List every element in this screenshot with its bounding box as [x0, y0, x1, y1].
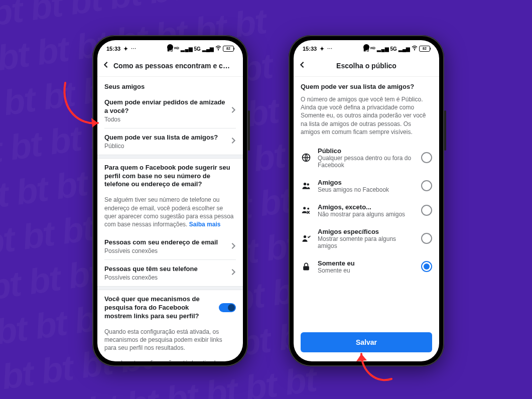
battery-icon: 82	[419, 46, 430, 52]
front-camera-icon	[167, 44, 173, 50]
svg-point-1	[414, 50, 415, 51]
option-friends-except[interactable]: Amigos, exceto... Não mostrar para algun…	[294, 198, 439, 223]
search-engines-desc-off: Quando esta configuração está desativada…	[97, 357, 243, 361]
row-title: Pessoas com seu endereço de email	[104, 238, 226, 247]
status-more-icon: ···	[327, 46, 333, 51]
svg-point-4	[307, 184, 309, 186]
signal-bars-2-icon: ▂▄▆	[202, 46, 214, 52]
svg-point-3	[304, 183, 306, 185]
option-subtitle: Seus amigos no Facebook	[318, 186, 415, 193]
svg-point-7	[304, 235, 306, 238]
svg-point-5	[303, 207, 306, 210]
radio-specific-friends[interactable]	[421, 233, 432, 244]
question-heading: Quem pode ver sua lista de amigos?	[294, 77, 439, 93]
signal-bars-icon: ▂▄▆	[377, 46, 388, 52]
front-camera-icon	[363, 44, 369, 50]
network-type: 5G	[390, 46, 397, 52]
option-subtitle: Não mostrar para alguns amigos	[318, 211, 415, 218]
option-title: Somente eu	[318, 259, 415, 267]
svg-point-6	[307, 208, 309, 210]
option-title: Amigos específicos	[318, 228, 415, 235]
option-public[interactable]: Público Qualquer pessoa dentro ou fora d…	[294, 142, 439, 174]
network-type: 5G	[194, 46, 201, 52]
row-subtitle: Possíveis conexões	[104, 274, 226, 281]
specific-friends-icon	[301, 233, 312, 243]
audience-picker: Quem pode ver sua lista de amigos? O núm…	[294, 77, 439, 326]
save-button[interactable]: Salvar	[301, 332, 432, 352]
lock-icon	[301, 261, 312, 272]
row-subtitle: Todos	[104, 116, 226, 123]
option-friends[interactable]: Amigos Seus amigos no Facebook	[294, 174, 439, 198]
section-header-friends: Seus amigos	[97, 77, 243, 93]
search-engines-desc-on: Quando esta configuração está ativada, o…	[97, 326, 243, 357]
option-subtitle: Somente eu	[318, 267, 415, 274]
wifi-icon	[215, 46, 221, 52]
row-friend-list-visibility[interactable]: Quem pode ver sua lista de amigos? Públi…	[97, 128, 243, 155]
question-description: O número de amigos que você tem é Públic…	[294, 93, 439, 142]
option-specific-friends[interactable]: Amigos específicos Mostrar somente para …	[294, 223, 439, 254]
row-search-engines: Você quer que mecanismos de pesquisa for…	[97, 290, 243, 326]
section-description: Se alguém tiver seu número de telefone o…	[97, 194, 243, 233]
page-title: Como as pessoas encontram e conta…	[113, 62, 234, 70]
option-title: Público	[318, 147, 415, 155]
svg-point-0	[218, 50, 219, 51]
wifi-icon	[412, 46, 418, 52]
radio-public[interactable]	[421, 152, 432, 163]
friends-icon	[301, 181, 312, 191]
radio-only-me[interactable]	[421, 261, 432, 272]
signal-bars-icon: ▂▄▆	[181, 46, 192, 52]
chevron-right-icon	[231, 269, 236, 277]
option-subtitle: Qualquer pessoa dentro ou fora do Facebo…	[318, 155, 415, 169]
page-title: Escolha o público	[336, 62, 396, 70]
back-button[interactable]	[102, 61, 109, 70]
section-title: Para quem o Facebook pode sugerir seu pe…	[104, 164, 236, 189]
section-divider	[97, 286, 243, 290]
signal-bars-2-icon: ▂▄▆	[398, 46, 410, 52]
section-header-suggestions: Para quem o Facebook pode sugerir seu pe…	[97, 159, 243, 194]
phone-frame-2: 15:33 ✦ ··· ▮▯ ᴴᴰ ▂▄▆ 5G ▂▄▆ 82 Escolha …	[289, 35, 444, 366]
row-title: Quem pode ver sua lista de amigos?	[104, 134, 226, 142]
globe-icon	[301, 153, 312, 163]
radio-friends[interactable]	[421, 180, 432, 191]
status-notif-icon: ✦	[320, 46, 324, 52]
footer: Salvar	[294, 326, 439, 361]
status-more-icon: ···	[131, 46, 137, 51]
row-people-with-email[interactable]: Pessoas com seu endereço de email Possív…	[97, 233, 243, 259]
option-title: Amigos	[318, 179, 415, 186]
settings-list[interactable]: Seus amigos Quem pode enviar pedidos de …	[97, 77, 243, 361]
search-engines-toggle[interactable]	[219, 303, 236, 312]
row-title: Pessoas que têm seu telefone	[104, 265, 226, 274]
chevron-right-icon	[231, 242, 236, 251]
nav-bar: Escolha o público	[294, 55, 439, 77]
row-subtitle: Público	[104, 143, 226, 150]
back-button[interactable]	[299, 61, 306, 70]
row-title: Quem pode enviar pedidos de amizade a vo…	[104, 98, 226, 115]
option-subtitle: Mostrar somente para alguns amigos	[318, 235, 415, 249]
row-friend-requests[interactable]: Quem pode enviar pedidos de amizade a vo…	[97, 93, 243, 128]
phone-screen-2: 15:33 ✦ ··· ▮▯ ᴴᴰ ▂▄▆ 5G ▂▄▆ 82 Escolha …	[294, 40, 439, 361]
status-time: 15:33	[106, 46, 120, 52]
option-only-me[interactable]: Somente eu Somente eu	[294, 254, 439, 279]
option-title: Amigos, exceto...	[318, 203, 415, 211]
radio-friends-except[interactable]	[421, 205, 432, 216]
chevron-right-icon	[231, 137, 236, 146]
learn-more-link[interactable]: Saiba mais	[189, 221, 221, 228]
status-time: 15:33	[303, 46, 317, 52]
friends-except-icon	[301, 205, 312, 215]
row-people-with-phone[interactable]: Pessoas que têm seu telefone Possíveis c…	[97, 260, 243, 286]
section-divider	[97, 155, 243, 159]
status-notif-icon: ✦	[123, 46, 128, 52]
nav-bar: Como as pessoas encontram e conta…	[97, 55, 243, 77]
row-subtitle: Possíveis conexões	[104, 247, 226, 254]
battery-icon: 82	[223, 46, 234, 52]
phone-frame-1: 15:33 ✦ ··· ▮▯ ᴴᴰ ▂▄▆ 5G ▂▄▆ 82 Como as …	[92, 35, 248, 366]
svg-rect-8	[303, 267, 309, 271]
phone-screen-1: 15:33 ✦ ··· ▮▯ ᴴᴰ ▂▄▆ 5G ▂▄▆ 82 Como as …	[97, 40, 243, 361]
chevron-right-icon	[231, 106, 236, 115]
row-title: Você quer que mecanismos de pesquisa for…	[104, 295, 214, 321]
